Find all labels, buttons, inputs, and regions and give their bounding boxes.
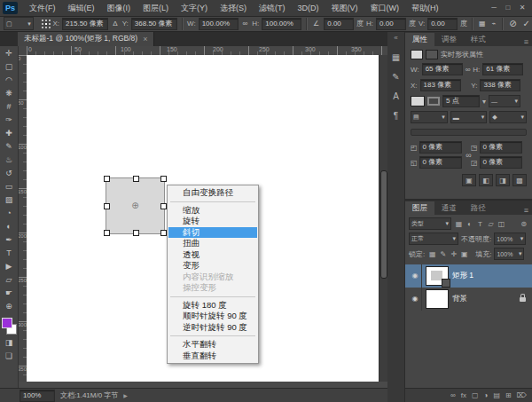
shape-height-field[interactable]: 61 像素: [482, 63, 523, 75]
zoom-level-field[interactable]: 100%: [20, 390, 55, 402]
tab-channels[interactable]: 通道: [434, 201, 464, 215]
menu-filter[interactable]: 滤镜(T): [253, 0, 292, 16]
lock-position-icon[interactable]: ✛: [449, 250, 458, 258]
foreground-color-swatch[interactable]: [2, 318, 12, 328]
stroke-width-field[interactable]: 5 点: [442, 95, 480, 107]
layer-thumbnail[interactable]: [426, 266, 449, 286]
menu-item-skew[interactable]: 斜切: [168, 227, 257, 239]
crop-tool[interactable]: #: [0, 99, 18, 113]
tab-properties[interactable]: 属性: [405, 33, 434, 46]
link-layers-icon[interactable]: ∞: [450, 391, 456, 399]
stroke-width-caret[interactable]: ▾: [482, 98, 486, 106]
marquee-tool[interactable]: ▢: [0, 59, 18, 73]
stroke-cap-select[interactable]: ▬▾: [450, 111, 488, 123]
tab-paths[interactable]: 路径: [464, 201, 493, 215]
y-field[interactable]: 368.50 像素: [131, 18, 177, 30]
tool-preset-picker[interactable]: ▢▾: [4, 17, 34, 30]
menu-item-content-aware-scale[interactable]: 内容识别缩放: [168, 272, 257, 283]
tab-adjustments[interactable]: 调整: [434, 33, 464, 46]
interpolation-icon[interactable]: ▦: [477, 18, 488, 30]
layer-row-rectangle-1[interactable]: ◉ 矩形 1: [405, 264, 532, 288]
radius-top-left-field[interactable]: ◰ 0 像素: [411, 141, 464, 154]
fill-select[interactable]: 100%▾: [494, 248, 524, 260]
path-selection-tool[interactable]: ▶: [0, 259, 18, 272]
canvas[interactable]: ⊕ 自由变换路径缩放旋转斜切扭曲透视变形内容识别缩放操控变形旋转 180 度顺时…: [27, 55, 379, 382]
menu-help[interactable]: 帮助(H): [405, 0, 445, 16]
menu-item-perspective[interactable]: 透视: [168, 249, 257, 261]
rotate-field[interactable]: 0.00: [324, 18, 354, 30]
stroke-color-swatch[interactable]: [427, 97, 440, 106]
transform-handle-bottom-center[interactable]: [133, 230, 139, 236]
type-tool[interactable]: T: [0, 246, 18, 259]
relative-position-toggle[interactable]: Δ: [111, 18, 119, 30]
close-button[interactable]: ✕: [516, 1, 528, 15]
layer-visibility-eye-icon[interactable]: ◉: [409, 288, 422, 311]
wh-link-icon[interactable]: ∞: [466, 66, 471, 74]
minimize-button[interactable]: ─: [488, 1, 500, 15]
reference-point-locator-icon[interactable]: [42, 20, 43, 21]
radius-bottom-left-field[interactable]: ◱ 0 像素: [411, 156, 464, 169]
transform-handle-top-center[interactable]: [133, 176, 139, 182]
menu-image[interactable]: 图像(I): [101, 0, 137, 16]
lock-transparent-icon[interactable]: ▦: [427, 250, 437, 258]
shape-width-field[interactable]: 65 像素: [422, 63, 463, 75]
filter-type-icon[interactable]: T: [475, 220, 485, 228]
transform-handle-top-right[interactable]: [160, 176, 167, 182]
vertical-scrollbar[interactable]: [379, 55, 387, 382]
menu-item-flip-vertical[interactable]: 垂直翻转: [168, 351, 257, 362]
shape-tool[interactable]: ▱: [0, 272, 18, 286]
menu-edit[interactable]: 编辑(E): [62, 0, 101, 16]
menu-item-warp[interactable]: 变形: [168, 260, 257, 272]
x-field[interactable]: 215.50 像素: [62, 18, 108, 30]
scrollbar-thumb[interactable]: [380, 170, 387, 279]
panel-icon-character[interactable]: A: [387, 86, 405, 106]
width-field[interactable]: 100.00%: [199, 18, 239, 30]
panel-menu-icon[interactable]: ≡: [524, 206, 532, 215]
pen-tool[interactable]: ✒: [0, 233, 18, 246]
brush-tool[interactable]: ✎: [0, 139, 18, 153]
dodge-tool[interactable]: ◐: [0, 219, 18, 233]
transform-handle-middle-right[interactable]: [160, 203, 167, 209]
path-op-subtract-icon[interactable]: ◧: [479, 174, 493, 186]
stroke-corner-select[interactable]: ◆▾: [489, 111, 527, 123]
lock-all-icon[interactable]: ▣: [459, 250, 469, 258]
menu-item-flip-horizontal[interactable]: 水平翻转: [168, 339, 257, 351]
layer-filter-select[interactable]: 类型▾: [409, 217, 451, 230]
lock-image-icon[interactable]: ✎: [438, 250, 448, 258]
stroke-type-select[interactable]: —▾: [489, 95, 520, 107]
menu-separator[interactable]: [170, 201, 255, 202]
menu-select[interactable]: 选择(S): [214, 0, 253, 16]
eraser-tool[interactable]: ▭: [0, 179, 18, 193]
layer-visibility-eye-icon[interactable]: ◉: [409, 264, 422, 288]
stroke-align-select[interactable]: ▤▾: [411, 111, 448, 123]
shape-x-field[interactable]: 183 像素: [420, 79, 461, 91]
new-layer-icon[interactable]: ⊞: [505, 391, 512, 399]
fill-color-swatch[interactable]: [411, 96, 425, 106]
menu-type[interactable]: 文字(Y): [175, 0, 214, 16]
menu-layer[interactable]: 图层(L): [137, 0, 175, 16]
layer-style-icon[interactable]: fx: [461, 391, 466, 399]
filter-toggle-icon[interactable]: ⊚: [519, 220, 528, 228]
menu-separator[interactable]: [170, 296, 255, 297]
menu-item-rotate-90-ccw[interactable]: 逆时针旋转 90 度: [168, 322, 257, 334]
menu-item-rotate-180[interactable]: 旋转 180 度: [168, 300, 257, 311]
rectangle-shape-transform-box[interactable]: ⊕: [106, 177, 165, 234]
clone-stamp-tool[interactable]: ♨: [0, 153, 18, 166]
menu-item-free-transform-path[interactable]: 自由变换路径: [168, 187, 257, 199]
filter-adjustment-icon[interactable]: ◐: [465, 220, 474, 228]
transform-handle-bottom-left[interactable]: [104, 230, 110, 236]
transform-reference-point[interactable]: ⊕: [131, 201, 138, 210]
transform-handle-middle-left[interactable]: [104, 203, 110, 209]
commit-transform-button[interactable]: ✓: [521, 18, 532, 30]
screen-mode-button[interactable]: ❏: [0, 349, 18, 362]
panel-icon-swatches[interactable]: ▦: [387, 47, 405, 67]
radius-bottom-right-field[interactable]: ◲ 0 像素: [471, 156, 524, 169]
menu-item-scale[interactable]: 缩放: [168, 205, 257, 217]
add-mask-icon[interactable]: ▢: [472, 391, 479, 399]
transform-handle-bottom-right[interactable]: [160, 230, 167, 236]
menu-separator[interactable]: [170, 335, 255, 336]
panel-icon-paragraph[interactable]: ¶: [387, 106, 405, 125]
filter-pixel-icon[interactable]: ▦: [454, 220, 464, 228]
hand-tool[interactable]: ☛: [0, 286, 18, 299]
shape-y-field[interactable]: 338 像素: [480, 79, 520, 91]
